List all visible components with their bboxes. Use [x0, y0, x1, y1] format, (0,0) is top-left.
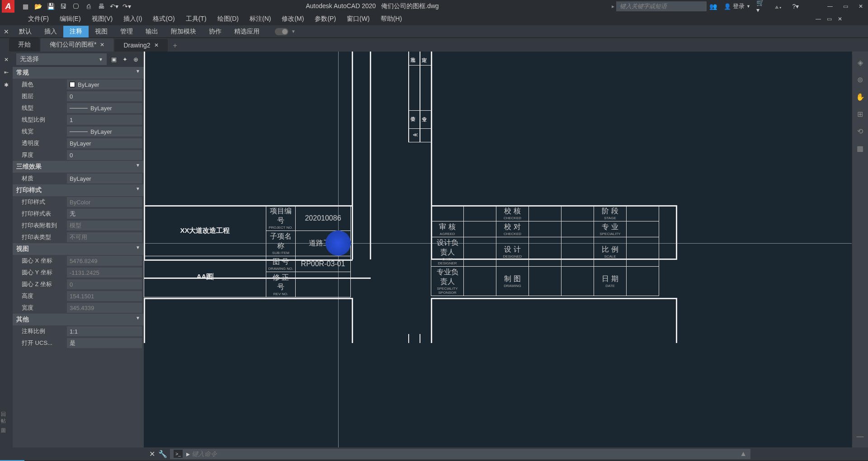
props-value[interactable]: ByLayer [67, 103, 142, 113]
pan-icon[interactable]: ✋ [854, 90, 867, 103]
qat-web-icon[interactable]: 🖵 [71, 1, 81, 11]
restore-button[interactable]: ▭ [840, 2, 851, 11]
props-value[interactable]: ByLayer [67, 138, 142, 148]
props-section-header[interactable]: 三维效果▼ [13, 161, 144, 173]
props-value[interactable]: ByLayer [67, 127, 142, 136]
props-section-header[interactable]: 其他▼ [13, 314, 144, 325]
menu-tools[interactable]: 工具(T) [180, 13, 212, 25]
props-label: 圆心 Z 坐标 [13, 280, 67, 288]
doc-restore-button[interactable]: ▭ [824, 14, 835, 24]
menu-edit[interactable]: 编辑(E) [54, 13, 86, 25]
ribbon-tab-manage[interactable]: 管理 [114, 26, 139, 38]
close-button[interactable]: ✕ [855, 2, 866, 11]
cmd-close-icon[interactable]: ✕ [147, 449, 156, 458]
file-tab-close-icon[interactable]: ✕ [100, 42, 104, 48]
title-block-right: 校 核CHECKED 阶 段STAGE 审 核AGREED 校 对CHECKED… [431, 205, 659, 296]
pickadd-icon[interactable]: ⊕ [131, 55, 140, 64]
ribbon-toggle[interactable] [275, 28, 288, 35]
qat-open-icon[interactable]: 📂 [33, 1, 43, 11]
zoom-extents-icon[interactable]: ⊞ [854, 108, 867, 120]
ribbon-tab-addins[interactable]: 附加模块 [165, 26, 203, 38]
login-button[interactable]: 👤 登录 ▼ [724, 2, 750, 10]
menu-dimension[interactable]: 标注(N) [244, 13, 276, 25]
file-tab-start[interactable]: 开始 [9, 38, 40, 52]
viewcube-icon[interactable]: ◈ [854, 56, 867, 69]
search-input[interactable]: 键入关键字或短语 [616, 1, 707, 11]
doc-minimize-button[interactable]: — [813, 14, 824, 24]
drawing-canvas[interactable]: 批准 审定 会签 专业 ≪ XX大道改造工程 项目编号PROJECT NO. 2… [144, 52, 852, 447]
ribbon-tab-output[interactable]: 输出 [139, 26, 165, 38]
props-value[interactable]: 0 [67, 91, 142, 101]
file-tab-add-button[interactable]: + [169, 40, 182, 52]
props-value[interactable]: 1 [67, 115, 142, 125]
menu-format[interactable]: 格式(O) [147, 13, 180, 25]
props-section-header[interactable]: 打印样式▼ [13, 184, 144, 196]
dwg-arrow-icon: ≪ [413, 132, 418, 138]
qat-plot-icon[interactable]: ⎙ [84, 1, 94, 11]
props-row: 注释比例1:1 [13, 325, 144, 337]
signin-icon[interactable]: 👥 [708, 1, 718, 11]
sidebar-pin-icon[interactable]: ✕ [1, 54, 12, 65]
quickselect-icon[interactable]: ▣ [109, 55, 118, 64]
qat-saveas-icon[interactable]: 🖫 [58, 1, 68, 11]
props-row: 打印表类型不可用 [13, 231, 144, 243]
showmotion-icon[interactable]: ▦ [854, 142, 867, 155]
props-value[interactable]: ByLayer [67, 174, 142, 183]
share-icon[interactable]: ⟁▾ [774, 1, 783, 11]
ribbon-toggle-arrow-icon[interactable]: ▼ [291, 29, 296, 34]
panel-icon[interactable]: 回帖 [1, 411, 6, 424]
cmd-customize-icon[interactable]: 🔧 [158, 449, 167, 458]
props-value[interactable]: ByLayer [67, 80, 142, 89]
file-tab-close-icon[interactable]: ✕ [154, 42, 159, 48]
qat-print-icon[interactable]: 🖶 [96, 1, 106, 11]
qat-redo-icon[interactable]: ↷▾ [122, 1, 132, 11]
menu-insert[interactable]: 插入(I) [118, 13, 147, 25]
ribbon-tab-insert[interactable]: 插入 [38, 26, 63, 38]
qat-new-icon[interactable]: ▦ [20, 1, 30, 11]
props-label: 厚度 [13, 151, 67, 159]
dwg-line [144, 298, 145, 343]
props-section-header[interactable]: 视图▼ [13, 243, 144, 255]
props-value[interactable]: 是 [67, 338, 142, 348]
selection-dropdown[interactable]: 无选择▼ [16, 53, 107, 65]
menu-parametric[interactable]: 参数(P) [309, 13, 341, 25]
help-icon[interactable]: ?▾ [791, 1, 801, 11]
file-tab-current[interactable]: 俺们公司的图框*✕ [41, 38, 113, 52]
props-row: 打印样式表无 [13, 208, 144, 220]
ribbon-tab-annotate[interactable]: 注释 [63, 26, 89, 38]
props-value[interactable]: 0 [67, 150, 142, 160]
nav-wheel-icon[interactable]: ⊚ [854, 73, 867, 86]
props-section-header[interactable]: 常规▼ [13, 67, 144, 79]
orbit-icon[interactable]: ⟲ [854, 125, 867, 137]
panel-icon[interactable]: 圖 [1, 427, 6, 434]
ribbon-tab-featured[interactable]: 精选应用 [228, 26, 266, 38]
qat-undo-icon[interactable]: ↶▾ [109, 1, 119, 11]
nav-expand-icon[interactable]: — [854, 430, 867, 443]
minimize-button[interactable]: — [825, 2, 835, 11]
menu-window[interactable]: 窗口(W) [341, 13, 375, 25]
ribbon-close-icon[interactable]: ✕ [4, 28, 13, 35]
props-label: 打印样式表 [13, 210, 67, 218]
doc-close-button[interactable]: ✕ [835, 14, 845, 24]
props-label: 线型比例 [13, 116, 67, 124]
select-icon[interactable]: ✦ [120, 55, 129, 64]
ribbon-tab-collab[interactable]: 协作 [203, 26, 228, 38]
ribbon-tab-default[interactable]: 默认 [13, 26, 38, 38]
props-value[interactable]: 无 [67, 209, 142, 219]
menu-draw[interactable]: 绘图(D) [212, 13, 244, 25]
cmd-history-icon[interactable]: ▲ [740, 450, 747, 458]
ribbon-tab-view[interactable]: 视图 [89, 26, 114, 38]
cart-icon[interactable]: 🛒▾ [756, 1, 766, 11]
menu-help[interactable]: 帮助(H) [375, 13, 407, 25]
command-input-wrap[interactable]: >_ ▸ ▲ [170, 449, 750, 459]
sidebar-collapse-icon[interactable]: ⇤ [1, 67, 12, 78]
props-value[interactable]: 1:1 [67, 326, 142, 336]
command-input[interactable] [192, 450, 740, 457]
file-tab-drawing2[interactable]: Drawing2✕ [114, 39, 167, 52]
menu-modify[interactable]: 修改(M) [276, 13, 309, 25]
menu-file[interactable]: 文件(F) [23, 13, 54, 25]
sidebar-settings-icon[interactable]: ✱ [1, 80, 12, 90]
app-logo[interactable]: A [2, 0, 14, 13]
qat-save-icon[interactable]: 💾 [46, 1, 56, 11]
menu-view[interactable]: 视图(V) [86, 13, 118, 25]
